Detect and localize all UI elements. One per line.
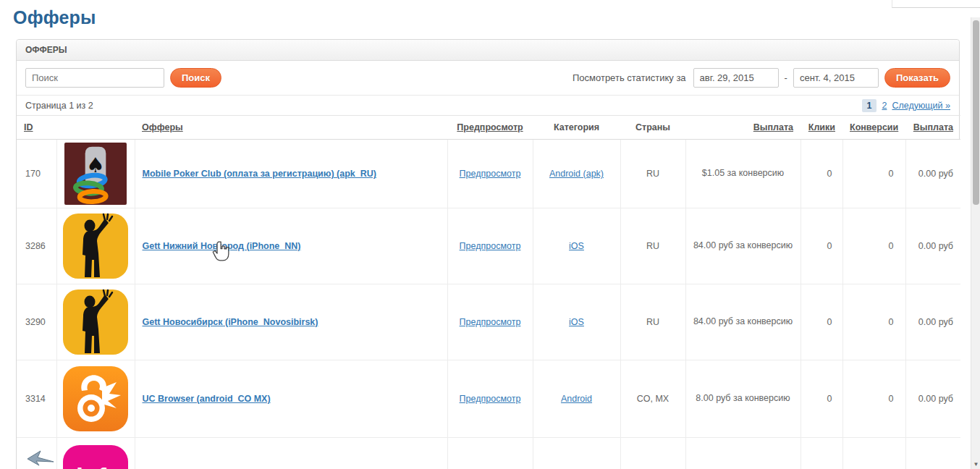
conversions-cell: 0 — [842, 360, 905, 438]
header-icon — [56, 116, 135, 140]
preview-link[interactable]: Предпросмотр — [460, 169, 521, 179]
offer-icon-cell — [56, 208, 135, 284]
clicks-cell: 0 — [801, 438, 842, 469]
payout-cell: $2.73 за конверсию — [685, 438, 801, 469]
clicks-cell: 0 — [801, 208, 842, 284]
search-button[interactable]: Поиск — [170, 68, 221, 88]
date-from-input[interactable] — [693, 68, 779, 88]
vertical-scrollbar[interactable]: ▼ — [971, 17, 980, 469]
offer-id: 3314 — [17, 360, 56, 438]
offer-name-cell: Lyft US National (iPhone_US) — [135, 438, 447, 469]
offer-link[interactable]: Mobile Poker Club (оплата за регистрацию… — [143, 169, 376, 179]
preview-cell: Предпросмотр — [447, 360, 533, 438]
header-id: ID — [17, 116, 56, 140]
table-row: 3314 — [17, 360, 960, 438]
offer-icon-cell — [56, 360, 135, 438]
header-offers-sort[interactable]: Офферы — [142, 122, 183, 132]
preview-link[interactable]: Предпросмотр — [460, 394, 521, 404]
header-preview-sort[interactable]: Предпросмотр — [457, 122, 523, 132]
preview-cell: Предпросмотр — [447, 140, 533, 208]
uc-browser-icon — [63, 363, 128, 434]
offer-name-cell: Gett Нижний Новгород (iPhone_NN) — [135, 208, 447, 284]
table-header-row: ID Офферы Предпросмотр Категория Страны … — [17, 116, 960, 140]
header-category: Категория — [533, 116, 620, 140]
pager-page-2[interactable]: 2 — [882, 101, 887, 111]
preview-link[interactable]: Предпросмотр — [460, 241, 521, 251]
conversions-cell: 0 — [842, 208, 905, 284]
header-conversions: Конверсии — [842, 116, 905, 140]
payout-total-cell: 0.00 руб — [905, 438, 960, 469]
table-row: 3286 Gett Нижний Новгород (iPhone_NN) Пр… — [17, 208, 960, 284]
table-row: 3290 Gett Новосибирск (iPhone_Novosibirs… — [17, 284, 960, 360]
date-to-input[interactable] — [793, 68, 879, 88]
header-payout: Выплата — [685, 116, 801, 140]
header-clicks-sort[interactable]: Клики — [808, 122, 835, 132]
toolbar: Поиск Посмотреть статистику за - Показат… — [17, 61, 959, 96]
conversions-cell: 0 — [842, 284, 905, 360]
offer-link[interactable]: UC Browser (android_CO MX) — [143, 394, 271, 404]
header-conversions-sort[interactable]: Конверсии — [850, 122, 898, 132]
page-title: Офферы — [13, 7, 980, 28]
offer-name-cell: UC Browser (android_CO MX) — [135, 360, 447, 438]
header-id-sort[interactable]: ID — [24, 122, 33, 132]
offer-icon-cell: ♠ — [56, 140, 135, 208]
offer-link[interactable]: Gett Нижний Новгород (iPhone_NN) — [143, 241, 301, 251]
offer-link[interactable]: Gett Новосибирск (iPhone_Novosibirsk) — [143, 317, 318, 327]
stats-label: Посмотреть статистику за — [573, 72, 686, 83]
header-preview: Предпросмотр — [447, 116, 533, 140]
countries-cell: US — [620, 438, 685, 469]
payout-cell: $1.05 за конверсию — [685, 140, 801, 208]
category-cell: iOS — [533, 208, 620, 284]
table-row: 170 ♠ Mobile Poker Club (оплата за регис — [17, 140, 960, 208]
page-info: Страница 1 из 2 — [25, 101, 93, 111]
payout-cell: 84.00 руб за конверсию — [685, 284, 801, 360]
pager-page-1[interactable]: 1 — [862, 99, 877, 112]
offer-name-cell: Gett Новосибирск (iPhone_Novosibirsk) — [135, 284, 447, 360]
offers-panel: ОФФЕРЫ Поиск Посмотреть статистику за - … — [16, 39, 960, 469]
offer-icon-cell — [56, 284, 135, 360]
pagination-bar: Страница 1 из 2 1 2 Следующий » — [17, 96, 959, 115]
countries-cell: RU — [620, 284, 685, 360]
offer-icon-cell: lyft — [56, 438, 135, 469]
gett-icon — [63, 211, 128, 281]
offer-id: 3290 — [17, 284, 56, 360]
category-link[interactable]: iOS — [569, 317, 584, 327]
gett-icon — [63, 287, 128, 357]
search-input[interactable] — [25, 68, 164, 88]
category-cell: iOS — [533, 438, 620, 469]
pager-next-link[interactable]: Следующий » — [892, 101, 950, 111]
offer-id: 170 — [17, 140, 56, 208]
header-countries: Страны — [620, 116, 685, 140]
countries-cell: CO, MX — [620, 360, 685, 438]
payout-cell: 84.00 руб за конверсию — [685, 208, 801, 284]
search-group: Поиск — [25, 68, 221, 88]
pager: 1 2 Следующий » — [862, 99, 951, 112]
header-payout-sort[interactable]: Выплата — [753, 122, 793, 132]
preview-cell: Предпросмотр — [447, 284, 533, 360]
preview-link[interactable]: Предпросмотр — [460, 317, 521, 327]
offers-table: ID Офферы Предпросмотр Категория Страны … — [17, 115, 960, 469]
category-cell: Android — [533, 360, 620, 438]
date-separator: - — [785, 72, 787, 83]
show-button[interactable]: Показать — [884, 68, 950, 88]
scrollbar-thumb[interactable] — [973, 20, 979, 205]
preview-cell: Предпросмотр — [447, 208, 533, 284]
category-link[interactable]: Android (apk) — [549, 169, 604, 179]
payout-total-cell: 0.00 руб — [905, 140, 960, 208]
category-link[interactable]: iOS — [569, 241, 584, 251]
header-payout-total-sort[interactable]: Выплата — [913, 122, 953, 132]
category-link[interactable]: Android — [561, 394, 592, 404]
stats-date-group: Посмотреть статистику за - Показать — [573, 68, 950, 88]
header-payout-total: Выплата — [905, 116, 960, 140]
header-offers: Офферы — [135, 116, 447, 140]
offer-name-cell: Mobile Poker Club (оплата за регистрацию… — [135, 140, 447, 208]
scrollbar-down-arrow[interactable]: ▼ — [972, 461, 980, 468]
svg-text:lyft: lyft — [76, 463, 115, 469]
table-row: 3246 lyft Lyft US National (iPhone_US) П… — [17, 438, 960, 469]
category-cell: Android (apk) — [533, 140, 620, 208]
lyft-icon: lyft — [63, 442, 128, 469]
countries-cell: RU — [620, 140, 685, 208]
clicks-cell: 0 — [801, 284, 842, 360]
category-cell: iOS — [533, 284, 620, 360]
offer-id: 3286 — [17, 208, 56, 284]
